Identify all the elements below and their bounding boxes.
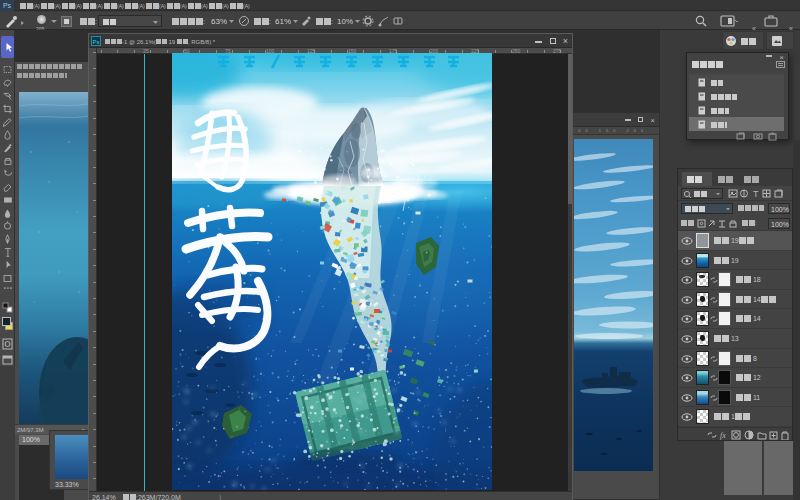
svg-text:T: T (753, 189, 759, 199)
svg-text:fx: fx (720, 431, 726, 440)
